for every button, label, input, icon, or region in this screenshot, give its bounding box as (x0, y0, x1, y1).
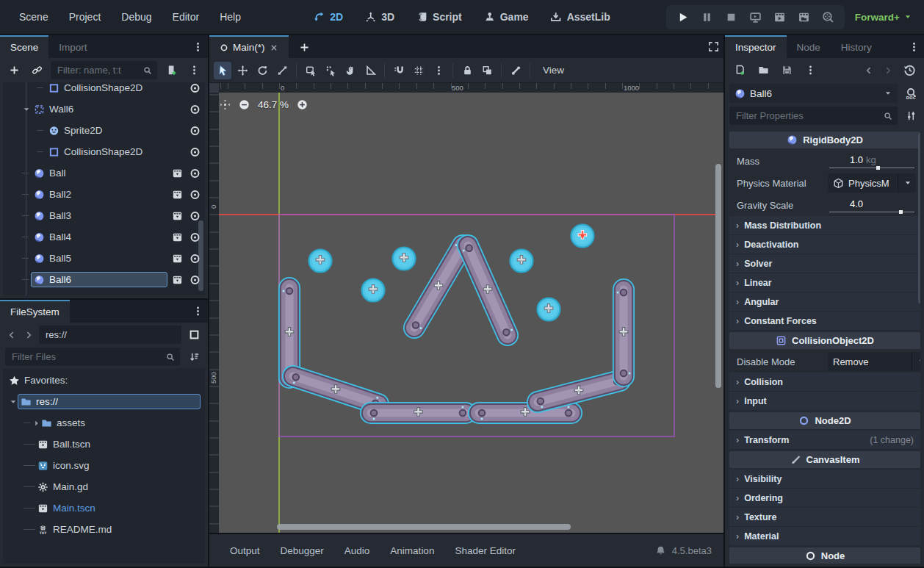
fs-path[interactable]: res:// (39, 326, 181, 344)
play-scene-button[interactable] (773, 11, 786, 24)
wall-capsule[interactable] (371, 406, 466, 420)
scene-tree-node[interactable]: CollisionShape2D (3, 141, 205, 162)
visibility-eye-button[interactable] (190, 189, 201, 200)
tab-inspector[interactable]: Inspector (725, 35, 787, 58)
close-icon[interactable] (270, 43, 278, 52)
inspector-group-constant-forces[interactable]: ›Constant Forces (729, 312, 920, 331)
more-options-icon[interactable] (909, 41, 920, 52)
inspector-scrollbar[interactable] (918, 133, 920, 303)
tab-main-scene[interactable]: Main(*) (209, 35, 289, 58)
bottom-tab-debugger[interactable]: Debugger (272, 541, 333, 561)
edited-node-dropdown[interactable]: Ball6 (729, 84, 898, 103)
open-docs-button[interactable]: DOC (902, 85, 920, 102)
inspector-category-canvasitem[interactable]: CanvasItem (729, 451, 920, 468)
ball-node-selected[interactable] (571, 225, 594, 248)
stop-button[interactable] (725, 11, 737, 24)
inspector-category-node2d[interactable]: Node2D (729, 412, 920, 429)
tab-scene[interactable]: Scene (0, 35, 48, 58)
expand-viewport-icon[interactable] (708, 41, 719, 52)
movie-maker-button[interactable] (822, 11, 834, 24)
inspector-group-mass-distribution[interactable]: ›Mass Distribution (729, 216, 920, 235)
visibility-eye-button[interactable] (190, 125, 201, 136)
ball-node[interactable] (393, 248, 416, 270)
visibility-eye-button[interactable] (190, 146, 201, 157)
wall-capsule[interactable] (413, 244, 465, 329)
scene-tree-node[interactable]: Ball2 (3, 184, 205, 205)
menu-help[interactable]: Help (212, 7, 248, 26)
canvas-vertical-scrollbar[interactable] (715, 164, 721, 388)
inspector-group-input[interactable]: ›Input (729, 392, 920, 411)
tab-filesystem[interactable]: FileSystem (0, 300, 70, 323)
filesystem-item[interactable]: Ball.tscn (3, 434, 205, 455)
zoom-out-button[interactable] (239, 99, 250, 110)
filesystem-item[interactable]: assets (3, 412, 205, 434)
open-instance-button[interactable] (172, 253, 183, 264)
scene-tree-node[interactable]: Wall6 (3, 98, 205, 120)
menu-editor[interactable]: Editor (165, 7, 207, 26)
tab-import[interactable]: Import (48, 35, 97, 58)
property-dropdown[interactable]: PhysicsM (828, 173, 916, 193)
open-instance-button[interactable] (172, 210, 183, 221)
open-instance-button[interactable] (172, 189, 183, 200)
filesystem-item[interactable]: TXTREADME.md (3, 519, 205, 540)
bottom-tab-shader-editor[interactable]: Shader Editor (446, 541, 524, 561)
scene-tree-node[interactable]: Sprite2D (3, 120, 205, 141)
scene-tree-node[interactable]: Ball6 (3, 269, 205, 290)
scene-tree-node[interactable]: CollisionShape2D (3, 82, 205, 98)
expand-icon[interactable] (32, 419, 41, 428)
view-menu-button[interactable]: View (535, 62, 571, 79)
pan-tool-button[interactable] (342, 62, 359, 79)
instance-scene-button[interactable] (28, 62, 46, 79)
fs-split-mode-button[interactable] (185, 326, 203, 344)
open-instance-button[interactable] (172, 274, 183, 285)
inspector-group-visibility[interactable]: ›Visibility (729, 470, 920, 489)
zoom-in-button[interactable] (297, 99, 308, 110)
workspace-game-button[interactable]: Game (476, 7, 537, 26)
inspector-group-ordering[interactable]: ›Ordering (729, 489, 920, 508)
collapse-icon[interactable] (9, 398, 18, 406)
resource-options-button[interactable] (801, 62, 819, 79)
scene-tree-node[interactable]: Ball5 (3, 248, 205, 269)
inspector-group-solver[interactable]: ›Solver (729, 254, 920, 273)
scene-tree-node[interactable]: Ball4 (3, 226, 205, 248)
ball-node[interactable] (362, 279, 385, 302)
load-resource-button[interactable] (754, 62, 772, 79)
remote-debug-button[interactable] (749, 11, 762, 24)
property-tools-button[interactable] (902, 107, 920, 125)
ball-node[interactable] (309, 250, 332, 273)
workspace-assetlib-button[interactable]: AssetLib (543, 7, 618, 26)
wall-capsule[interactable] (538, 375, 621, 408)
open-instance-button[interactable] (172, 231, 183, 242)
select-pixel-button[interactable] (322, 62, 339, 79)
center-view-icon[interactable] (220, 99, 231, 110)
ball-node[interactable] (538, 298, 560, 321)
value-slider[interactable] (829, 168, 914, 168)
scene-tree-node[interactable]: Ball3 (3, 205, 205, 226)
ball-node[interactable] (510, 250, 533, 273)
inspector-category-rigidbody2d[interactable]: RigidBody2D (729, 132, 920, 148)
scene-tree-menu-button[interactable] (185, 62, 203, 79)
dots-button[interactable] (430, 62, 447, 79)
smart-snap-button[interactable] (390, 62, 408, 79)
play-button[interactable] (676, 11, 689, 24)
menu-debug[interactable]: Debug (114, 7, 159, 26)
zoom-level[interactable]: 46.7 % (258, 99, 289, 110)
inspector-category-node[interactable]: Node (729, 547, 920, 564)
inspector-category-collisionobject2d[interactable]: CollisionObject2D (729, 332, 920, 349)
tab-history[interactable]: History (831, 35, 882, 58)
visibility-eye-button[interactable] (190, 231, 201, 242)
inspector-group-material[interactable]: ›Material (729, 527, 920, 546)
inspector-group-transform[interactable]: ›Transform(1 change) (729, 431, 920, 450)
wall-capsule[interactable] (283, 288, 297, 378)
fs-filter-input[interactable] (10, 350, 166, 363)
grid-snap-button[interactable] (410, 62, 427, 79)
bottom-tab-animation[interactable]: Animation (381, 541, 443, 561)
open-instance-button[interactable] (172, 168, 183, 179)
wall-capsule[interactable] (463, 245, 513, 335)
fs-forward-button[interactable] (22, 326, 35, 344)
visibility-eye-button[interactable] (190, 82, 201, 93)
attach-script-button[interactable] (162, 62, 180, 79)
new-resource-button[interactable] (731, 62, 748, 79)
inspector-group-linear[interactable]: ›Linear (729, 273, 920, 292)
lock-button[interactable] (458, 62, 476, 79)
